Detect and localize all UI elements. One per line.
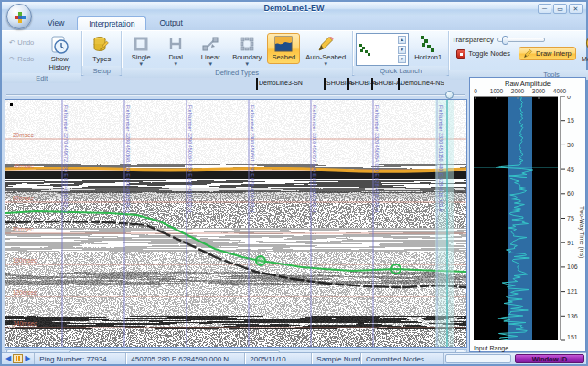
linear-segment-icon <box>201 35 219 53</box>
horizon1-label: Horizon1 <box>414 54 442 62</box>
line-tick-mark <box>256 78 258 90</box>
time-gridline-label: 20msec <box>13 132 34 138</box>
crossing-line-label: DemoLine3-SN <box>256 78 303 90</box>
undo-button[interactable]: ↶ Undo <box>5 37 38 48</box>
svg-text:30: 30 <box>567 142 574 148</box>
group-edit: ↶ Undo ↷ Redo Show History Edit <box>2 31 82 75</box>
group-label-defined-types: Defined Types <box>122 68 352 78</box>
tab-output[interactable]: Output <box>148 16 194 30</box>
amplitude-trace-plot[interactable] <box>474 96 558 340</box>
playback-controls: ◀ ▶ <box>2 353 35 364</box>
window-id-button[interactable]: Window ID <box>515 354 584 363</box>
pencil-icon <box>316 35 335 53</box>
transparency-slider[interactable] <box>497 38 545 42</box>
chevron-down-icon[interactable]: ▼ <box>138 62 144 66</box>
svg-text:15: 15 <box>567 117 574 124</box>
boundary-marquee-icon <box>238 35 256 53</box>
types-database-icon <box>91 35 112 55</box>
step-forward-icon[interactable]: ▶ <box>25 354 30 363</box>
fix-number-label: Fix Number 3290 450364.880 E 6284616.020… <box>187 105 193 212</box>
seismic-canvas[interactable]: 20msec40msec60msec80msec100msec120msec14… <box>5 99 467 348</box>
group-quick-launch: ▲ ▼ ▾ Horizon1 Quick Launch <box>353 31 449 75</box>
defined-type-dual-button[interactable]: Dual▼ <box>159 33 192 68</box>
horizon1-button[interactable]: Horizon1 <box>411 33 445 64</box>
amplitude-tick-label: 0 <box>474 88 477 94</box>
chevron-down-icon[interactable]: ▼ <box>208 62 213 66</box>
time-axis-label: Two-Way Time (ms) <box>579 206 585 259</box>
step-back-icon[interactable]: ◀ <box>5 354 11 363</box>
quick-launch-list[interactable]: ▲ ▼ ▾ <box>356 33 409 66</box>
title-bar: DemoLine1-EW ─ ▭ ✕ <box>2 2 586 16</box>
undo-label: Undo <box>17 38 34 47</box>
fix-number-label: Fix Number 3270 449972.080 E 6284616.020… <box>63 105 69 212</box>
position-slider-row <box>5 92 467 99</box>
time-gridline-label: 120msec <box>13 289 37 296</box>
time-gridline-label: 100msec <box>13 257 37 264</box>
defined-type-label: Seabed <box>272 54 295 62</box>
minimize-button[interactable]: ─ <box>538 4 551 14</box>
scroll-up-icon[interactable]: ▲ <box>398 36 406 44</box>
single-frame-icon <box>132 35 150 53</box>
group-defined-types: Single▼Dual▼Linear▼Boundary▼SeabedAuto-S… <box>122 31 353 75</box>
group-label-setup: Setup <box>82 66 121 76</box>
transparency-label: Transparency <box>452 36 494 44</box>
app-logo-icon <box>15 12 26 23</box>
svg-text:136: 136 <box>567 313 578 319</box>
trace-panel-title: Raw Amplitude <box>470 78 585 88</box>
svg-text:151: 151 <box>567 334 578 340</box>
close-button[interactable]: ✕ <box>569 4 583 14</box>
status-position: 450705.280 E 6284590.000 N <box>126 353 245 364</box>
line-tick-mark <box>324 78 326 90</box>
seismic-panel: DemoLine3-SNSHOBI-A-SHOBI-A-SHOBI-A-Demo… <box>5 77 467 352</box>
scroll-down-icon[interactable]: ▼ <box>398 46 406 54</box>
crossing-line-label: DemoLine4-NS <box>398 78 444 90</box>
measure-button[interactable]: Measure ▼ <box>578 33 588 70</box>
types-button[interactable]: Types <box>85 33 118 66</box>
trace-panel: Raw Amplitude 01000200030004000 01530456… <box>469 77 586 352</box>
types-label: Types <box>92 56 111 64</box>
chevron-down-icon[interactable]: ▼ <box>244 62 250 66</box>
amplitude-tick-label: 2000 <box>511 88 524 94</box>
chevron-down-icon[interactable]: ▼ <box>323 62 328 66</box>
toggle-nodes-button[interactable]: Toggle Nodes <box>452 48 515 60</box>
status-bar: ◀ ▶ Ping Number: 77934 450705.280 E 6284… <box>2 352 586 364</box>
position-slider-handle[interactable] <box>445 91 454 99</box>
redo-button[interactable]: ↷ Redo <box>5 53 38 65</box>
line-tick-mark <box>398 78 400 90</box>
position-slider-track[interactable] <box>6 94 465 96</box>
quick-launch-scrollbar[interactable]: ▲ ▼ ▾ <box>398 36 406 63</box>
scroll-more-icon[interactable]: ▾ <box>398 55 406 63</box>
fix-number-label: Fix Number 3300 450561.280 E 6284616.020… <box>250 105 255 212</box>
defined-type-seabed-button[interactable]: Seabed <box>267 33 300 64</box>
redo-icon: ↷ <box>9 55 15 63</box>
time-gridline-label: 140msec <box>13 320 37 327</box>
defined-type-single-button[interactable]: Single▼ <box>124 33 157 68</box>
status-date: 2005/11/10 <box>245 353 312 364</box>
redo-label: Redo <box>17 55 34 63</box>
show-history-button[interactable]: Show History <box>40 33 79 73</box>
fix-number-label: Fix Number 3320 450954.080 E 6284616.020… <box>374 105 380 212</box>
time-gridline-label: 40msec <box>13 163 34 169</box>
svg-text:60: 60 <box>567 190 574 197</box>
pause-icon[interactable] <box>13 354 23 363</box>
dual-handles-icon <box>166 35 185 53</box>
defined-type-linear-button[interactable]: Linear▼ <box>194 33 227 68</box>
draw-interp-button[interactable]: Draw Interp <box>519 47 576 60</box>
seabed-wave-icon <box>273 35 294 53</box>
amplitude-tick-label: 3000 <box>532 88 545 94</box>
measure-label: Measure <box>582 56 588 64</box>
maximize-button[interactable]: ▭ <box>553 4 567 14</box>
defined-type-auto-seabed-button[interactable]: Auto-Seabed▼ <box>302 33 349 68</box>
transparency-slider-handle[interactable] <box>502 36 508 45</box>
tab-interpretation[interactable]: Interpretation <box>77 16 146 30</box>
application-menu-button[interactable] <box>6 4 32 29</box>
chevron-down-icon[interactable]: ▼ <box>173 62 178 66</box>
horizon-polyline-icon <box>358 36 373 63</box>
tab-view[interactable]: View <box>37 16 75 30</box>
svg-text:75: 75 <box>567 215 574 221</box>
defined-type-boundary-button[interactable]: Boundary▼ <box>229 33 265 68</box>
fix-number-label: Fix Number 3280 450168.480 E 6284616.020… <box>125 105 131 212</box>
history-clock-icon <box>49 35 69 55</box>
toggle-nodes-icon <box>456 49 465 59</box>
ribbon: ↶ Undo ↷ Redo Show History Edit <box>2 30 586 76</box>
